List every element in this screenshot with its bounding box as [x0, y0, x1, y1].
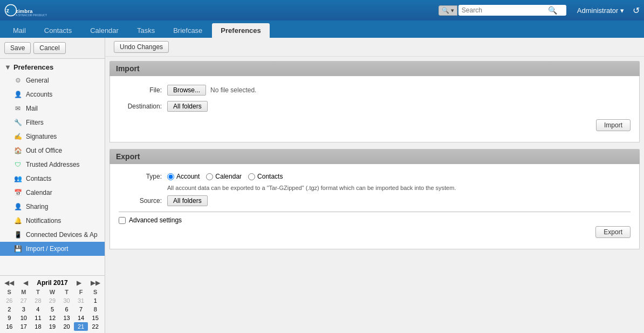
sidebar-label-calendar: Calendar	[26, 189, 52, 196]
sidebar-item-contacts[interactable]: 👥 Contacts	[0, 172, 105, 186]
advanced-settings-label[interactable]: Advanced settings	[119, 216, 182, 224]
cal-day[interactable]: 19	[45, 322, 60, 331]
radio-account-input[interactable]	[167, 173, 174, 180]
sidebar-item-accounts[interactable]: 👤 Accounts	[0, 87, 105, 101]
type-row: Type: Account Calendar	[119, 173, 631, 180]
cal-day[interactable]: 4	[31, 305, 45, 314]
cal-day[interactable]: 13	[59, 314, 74, 322]
advanced-settings-checkbox[interactable]	[119, 217, 126, 224]
sidebar-label-sharing: Sharing	[26, 203, 48, 210]
tab-briefcase[interactable]: Briefcase	[165, 23, 211, 38]
radio-account[interactable]: Account	[167, 173, 200, 180]
cal-day[interactable]: 10	[17, 314, 31, 322]
cal-day[interactable]: 1	[88, 296, 102, 305]
export-button[interactable]: Export	[595, 226, 631, 238]
cal-day[interactable]: 5	[45, 305, 60, 314]
search-type-dropdown[interactable]: 🔍 ▾	[439, 5, 457, 16]
browse-button[interactable]: Browse...	[167, 85, 206, 96]
radio-calendar-input[interactable]	[206, 173, 213, 180]
import-button[interactable]: Import	[596, 119, 631, 131]
cal-header-tue: T	[31, 288, 45, 296]
radio-contacts-input[interactable]	[248, 173, 255, 180]
contacts-icon: 👥	[13, 174, 23, 184]
cal-day[interactable]: 17	[17, 322, 31, 331]
cal-day[interactable]: 28	[31, 296, 45, 305]
refresh-button[interactable]: ↺	[633, 5, 640, 16]
cancel-button[interactable]: Cancel	[33, 42, 65, 54]
search-box-wrap: 🔍	[458, 5, 566, 16]
preferences-header-label: Preferences	[13, 63, 53, 71]
svg-text:A SYNACOR PRODUCT: A SYNACOR PRODUCT	[16, 13, 47, 17]
export-description: All account data can be exported to a "T…	[167, 185, 631, 191]
user-menu[interactable]: Administrator ▾	[577, 6, 624, 15]
sidebar-item-signatures[interactable]: ✍ Signatures	[0, 130, 105, 144]
calendar-icon: 📅	[13, 188, 23, 198]
cal-day[interactable]: 6	[59, 305, 74, 314]
cal-day[interactable]: 22	[88, 322, 102, 331]
tab-calendar[interactable]: Calendar	[81, 23, 127, 38]
top-action-bar: Undo Changes	[105, 38, 644, 57]
cal-day[interactable]: 8	[88, 305, 102, 314]
cal-day[interactable]: 30	[59, 296, 74, 305]
cal-prev-year[interactable]: ◀◀	[4, 279, 14, 287]
cal-day[interactable]: 31	[74, 296, 88, 305]
preferences-tree-header[interactable]: ▼ Preferences	[0, 61, 105, 73]
cal-day[interactable]: 20	[59, 322, 74, 331]
cal-header-mon: M	[17, 288, 31, 296]
sidebar-item-notifications[interactable]: 🔔 Notifications	[0, 214, 105, 228]
cal-next-year[interactable]: ▶▶	[91, 279, 100, 287]
sidebar-item-calendar[interactable]: 📅 Calendar	[0, 186, 105, 200]
type-radio-group: Account Calendar Contacts	[167, 173, 283, 180]
content-area: Undo Changes Import File: Browse... No f…	[105, 38, 644, 333]
cal-day[interactable]: 15	[88, 314, 102, 322]
tab-tasks[interactable]: Tasks	[128, 23, 163, 38]
cal-next-month[interactable]: ▶	[77, 279, 81, 287]
out-of-office-icon: 🏠	[13, 146, 23, 155]
sidebar-label-out-of-office: Out of Office	[26, 147, 62, 154]
topbar-right: 🔍 ▾ 🔍 Administrator ▾ ↺	[439, 5, 640, 16]
svg-text:z: z	[6, 7, 9, 13]
radio-contacts-label: Contacts	[257, 173, 283, 180]
source-folders-button[interactable]: All folders	[167, 195, 208, 206]
sidebar-item-mail[interactable]: ✉ Mail	[0, 101, 105, 115]
sidebar-item-out-of-office[interactable]: 🏠 Out of Office	[0, 144, 105, 158]
tab-mail[interactable]: Mail	[4, 23, 35, 38]
search-submit-icon[interactable]: 🔍	[548, 6, 557, 15]
cal-day[interactable]: 9	[2, 314, 17, 322]
cal-day[interactable]: 14	[74, 314, 88, 322]
destination-folders-button[interactable]: All folders	[167, 101, 208, 112]
cal-day[interactable]: 29	[45, 296, 60, 305]
sidebar-item-connected-devices[interactable]: 📱 Connected Devices & Ap	[0, 228, 105, 242]
cal-day[interactable]: 7	[74, 305, 88, 314]
advanced-row: Advanced settings	[119, 216, 631, 224]
source-label: Source:	[119, 197, 167, 205]
tab-preferences[interactable]: Preferences	[212, 23, 269, 38]
radio-calendar[interactable]: Calendar	[206, 173, 242, 180]
sidebar-item-trusted-addresses[interactable]: 🛡 Trusted Addresses	[0, 158, 105, 172]
cal-day[interactable]: 16	[2, 322, 17, 331]
cal-prev-month[interactable]: ◀	[23, 279, 28, 287]
cal-day[interactable]: 12	[45, 314, 60, 322]
sidebar-item-filters[interactable]: 🔧 Filters	[0, 115, 105, 130]
cal-day[interactable]: 2	[2, 305, 17, 314]
export-btn-row: Export	[119, 224, 631, 240]
cal-day[interactable]: 21	[74, 322, 88, 331]
sidebar-item-import-export[interactable]: 💾 Import / Export	[0, 242, 105, 256]
undo-changes-button[interactable]: Undo Changes	[114, 41, 169, 53]
radio-contacts[interactable]: Contacts	[248, 173, 283, 180]
tab-contacts[interactable]: Contacts	[36, 23, 80, 38]
sidebar-item-sharing[interactable]: 👤 Sharing	[0, 200, 105, 214]
cal-day[interactable]: 18	[31, 322, 45, 331]
cal-day[interactable]: 3	[17, 305, 31, 314]
save-button[interactable]: Save	[4, 42, 31, 54]
cal-header-sat: S	[88, 288, 102, 296]
cal-day[interactable]: 11	[31, 314, 45, 322]
cal-day[interactable]: 26	[2, 296, 17, 305]
source-row: Source: All folders	[119, 195, 631, 206]
user-name: Administrator	[577, 6, 619, 15]
no-file-text: No file selected.	[210, 86, 256, 94]
sidebar-label-import-export: Import / Export	[26, 245, 68, 253]
search-input[interactable]	[462, 6, 548, 14]
cal-day[interactable]: 27	[17, 296, 31, 305]
sidebar-item-general[interactable]: ⚙ General	[0, 73, 105, 87]
